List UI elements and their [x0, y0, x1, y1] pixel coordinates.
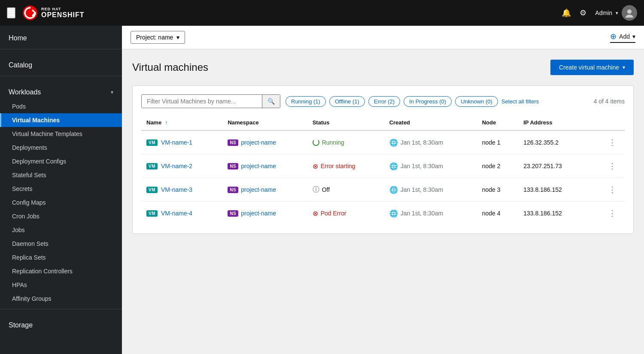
vm-name-cell: VM VM-name-1 — [141, 130, 222, 154]
search-box: 🔍 — [141, 94, 280, 108]
kebab-menu-button[interactable]: ⋮ — [605, 160, 620, 172]
off-icon: ⓘ — [313, 185, 319, 194]
vm-status-cell: ⓘ Off — [307, 178, 384, 202]
namespace-link[interactable]: project-name — [241, 210, 276, 217]
sidebar-item-virtual-machine-templates[interactable]: Virtual Machine Templates — [0, 127, 122, 141]
sidebar-catalog[interactable]: Catalog — [0, 53, 122, 73]
create-virtual-machine-button[interactable]: Create virtual machine ▾ — [550, 60, 634, 75]
sidebar-item-cron-jobs[interactable]: Cron Jobs — [0, 209, 122, 223]
notification-icon[interactable]: 🔔 — [562, 8, 571, 18]
kebab-menu-button[interactable]: ⋮ — [605, 207, 620, 220]
status-text: Error starting — [321, 163, 355, 169]
add-button[interactable]: ⊕ Add ▾ — [610, 32, 635, 43]
vm-ip-cell: 126.32.355.2 — [518, 130, 589, 154]
sidebar-item-hpas[interactable]: HPAs — [0, 278, 122, 292]
status-text: Pod Error — [321, 210, 346, 217]
created-timestamp: Jan 1st, 8:30am — [401, 163, 444, 169]
vm-status-cell: ⊗ Pod Error — [307, 202, 384, 225]
vm-actions-cell: ⋮ — [589, 178, 625, 202]
ns-badge: NS — [228, 187, 238, 193]
table-header: Name ↑ Namespace Status Created Node IP … — [141, 115, 625, 130]
vm-created-cell: 🌐 Jan 1st, 8:30am — [384, 130, 477, 154]
page-content: Virtual machines Create virtual machine … — [122, 49, 644, 354]
kebab-menu-button[interactable]: ⋮ — [605, 183, 620, 196]
th-status: Status — [307, 115, 384, 130]
sidebar-item-replica-sets[interactable]: Replica Sets — [0, 251, 122, 264]
sidebar-item-jobs[interactable]: Jobs — [0, 223, 122, 237]
namespace-link[interactable]: project-name — [241, 186, 276, 193]
filter-offline[interactable]: Offline (1) — [329, 96, 365, 107]
vm-created-cell: 🌐 Jan 1st, 8:30am — [384, 154, 477, 178]
user-label: Admin — [595, 9, 612, 16]
vm-namespace-cell: NS project-name — [222, 202, 307, 225]
created-timestamp: Jan 1st, 8:30am — [401, 139, 444, 146]
vm-actions-cell: ⋮ — [589, 202, 625, 225]
kebab-menu-button[interactable]: ⋮ — [605, 136, 620, 149]
pod-error-icon: ⊗ — [313, 209, 318, 218]
logo: RED HAT OPENSHIFT — [22, 5, 85, 21]
plus-icon: ⊕ — [610, 32, 617, 41]
ip-value: 133.8.186.152 — [523, 210, 562, 217]
search-button[interactable]: 🔍 — [262, 95, 280, 108]
vm-name-link[interactable]: VM-name-1 — [161, 139, 192, 146]
vm-badge: VM — [146, 187, 158, 193]
vm-name-link[interactable]: VM-name-4 — [161, 210, 192, 217]
ns-badge: NS — [228, 139, 238, 146]
table-row: VM VM-name-2 NS project-name ⊗ Error sta… — [141, 154, 625, 178]
vm-name-cell: VM VM-name-4 — [141, 202, 222, 225]
search-input[interactable] — [142, 95, 262, 108]
settings-icon[interactable]: ⚙ — [580, 8, 586, 18]
sidebar-item-affinity-groups[interactable]: Affinity Groups — [0, 292, 122, 306]
sidebar-workloads-header[interactable]: Workloads ▾ — [0, 80, 122, 100]
vm-table: Name ↑ Namespace Status Created Node IP … — [141, 115, 625, 225]
vm-namespace-cell: NS project-name — [222, 178, 307, 202]
sidebar-item-replication-controllers[interactable]: Replication Controllers — [0, 264, 122, 278]
sidebar-item-virtual-machines[interactable]: Virtual Machines — [0, 113, 122, 127]
node-value: node 4 — [482, 210, 501, 217]
sidebar-item-stateful-sets[interactable]: Stateful Sets — [0, 168, 122, 182]
openshift-logo-icon — [22, 5, 38, 21]
sidebar-item-secrets[interactable]: Secrets — [0, 182, 122, 196]
top-navigation: ☰ RED HAT OPENSHIFT 🔔 ⚙ Admin ▾ — [0, 0, 644, 26]
table-body: VM VM-name-1 NS project-name Running 🌐 — [141, 130, 625, 225]
vm-node-cell: node 2 — [477, 154, 519, 178]
sidebar-storage[interactable]: Storage — [0, 313, 122, 333]
sidebar-item-config-maps[interactable]: Config Maps — [0, 196, 122, 209]
filter-unknown[interactable]: Unknown (0) — [455, 96, 498, 107]
create-chevron-icon: ▾ — [623, 64, 625, 70]
sidebar-divider-3 — [0, 309, 122, 309]
namespace-link[interactable]: project-name — [241, 139, 276, 146]
vm-ip-cell: 133.8.186.152 — [518, 202, 589, 225]
table-row: VM VM-name-1 NS project-name Running 🌐 — [141, 130, 625, 154]
vm-namespace-cell: NS project-name — [222, 130, 307, 154]
sidebar-home[interactable]: Home — [0, 26, 122, 45]
filter-row: 🔍 Running (1) Offline (1) Error (2) In P… — [141, 94, 625, 108]
user-menu[interactable]: Admin ▾ — [595, 5, 637, 21]
sidebar: Home Catalog Workloads ▾ Pods Virtual Ma… — [0, 26, 122, 354]
vm-name-link[interactable]: VM-name-3 — [161, 186, 192, 193]
sidebar-item-pods[interactable]: Pods — [0, 100, 122, 113]
hamburger-menu-button[interactable]: ☰ — [7, 7, 15, 18]
created-timestamp: Jan 1st, 8:30am — [401, 186, 444, 193]
vm-status-cell: ⊗ Error starting — [307, 154, 384, 178]
vm-created-cell: 🌐 Jan 1st, 8:30am — [384, 202, 477, 225]
vm-name-link[interactable]: VM-name-2 — [161, 163, 192, 169]
project-chevron-icon: ▾ — [176, 34, 179, 41]
error-icon: ⊗ — [313, 162, 318, 170]
filter-error[interactable]: Error (2) — [368, 96, 400, 107]
th-name[interactable]: Name ↑ — [141, 115, 222, 130]
filter-in-progress[interactable]: In Progress (0) — [404, 96, 452, 107]
th-created: Created — [384, 115, 477, 130]
filter-running[interactable]: Running (1) — [286, 96, 326, 107]
ip-value: 126.32.355.2 — [523, 139, 559, 146]
project-selector[interactable]: Project: name ▾ — [131, 31, 185, 44]
sort-arrow-icon: ↑ — [165, 119, 168, 126]
sidebar-item-deployment-configs[interactable]: Deployment Configs — [0, 154, 122, 168]
namespace-link[interactable]: project-name — [241, 163, 276, 169]
vm-name-cell: VM VM-name-2 — [141, 154, 222, 178]
items-count: 4 of 4 items — [594, 98, 625, 105]
globe-icon: 🌐 — [389, 162, 398, 170]
sidebar-item-daemon-sets[interactable]: Daemon Sets — [0, 237, 122, 251]
select-all-filters-link[interactable]: Select all filters — [501, 98, 539, 105]
sidebar-item-deployments[interactable]: Deployments — [0, 141, 122, 154]
